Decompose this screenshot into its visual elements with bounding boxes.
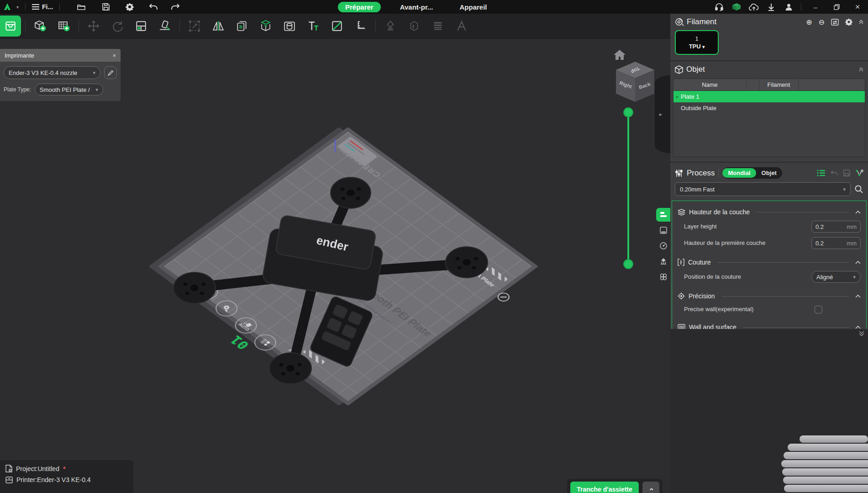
clone-button[interactable]: [231, 16, 253, 37]
object-row-name: Plate 1: [681, 93, 699, 100]
slice-options-button[interactable]: ›: [642, 482, 659, 493]
close-icon[interactable]: ×: [112, 52, 116, 59]
param-group-header[interactable]: Précision: [678, 290, 861, 302]
move-button[interactable]: [83, 16, 104, 37]
tab-device[interactable]: Appareil: [452, 2, 494, 12]
support-headset-button[interactable]: [712, 1, 726, 12]
slider-handle-bottom[interactable]: [623, 259, 633, 269]
settings-gear-button[interactable]: [123, 1, 137, 12]
search-preset-icon[interactable]: [854, 185, 863, 194]
object-collapse-icon[interactable]: [859, 67, 863, 72]
seam-paint-button[interactable]: [326, 16, 347, 37]
column-name[interactable]: Name: [673, 79, 747, 90]
add-filament-icon[interactable]: ⊕: [806, 18, 812, 27]
edit-printer-button[interactable]: [104, 66, 117, 79]
open-folder-button[interactable]: [74, 1, 88, 12]
viewport-3d[interactable]: CREALITY Creality Smooth PEI Plate pleas…: [0, 39, 670, 493]
filament-slot-number: 1: [695, 36, 699, 42]
text-tool-button[interactable]: [303, 16, 324, 37]
support-view-toggle[interactable]: [656, 254, 670, 268]
redo-button[interactable]: [168, 1, 182, 12]
scale-button[interactable]: [184, 16, 205, 37]
speed-gauge-toggle[interactable]: [656, 239, 670, 253]
object-table: Name Filament ▸Plate 1▸Outside Plate: [673, 79, 865, 157]
filament-settings-gear-icon[interactable]: [845, 18, 852, 26]
collapse-chevron-icon[interactable]: [855, 210, 861, 214]
build-plate[interactable]: CREALITY Creality Smooth PEI Plate pleas…: [158, 127, 538, 406]
fuzzy-skin-button[interactable]: [404, 16, 425, 37]
measure-button[interactable]: [350, 16, 371, 37]
slider-handle-top[interactable]: [623, 107, 633, 117]
row-expand-caret[interactable]: ▸: [676, 94, 679, 99]
param-group-header[interactable]: Hauteur de la couche: [678, 206, 861, 218]
param-select[interactable]: Aligné▾: [811, 271, 861, 283]
preset-list-icon[interactable]: [817, 170, 825, 176]
process-mode-objet[interactable]: Objet: [756, 168, 782, 178]
collapse-chevron-icon[interactable]: [855, 325, 861, 329]
param-input[interactable]: 0.2mm: [811, 221, 861, 233]
app-logo-icon[interactable]: [3, 2, 12, 11]
add-model-button[interactable]: [30, 16, 51, 37]
slice-plate-button[interactable]: Tranche d'assiette: [570, 482, 639, 493]
filament-type-select[interactable]: TPU ▾: [689, 43, 705, 50]
process-preset-select[interactable]: 0.20mm Fast▾: [675, 182, 851, 196]
emboss-text-button[interactable]: [451, 16, 472, 37]
add-plate-button[interactable]: [53, 16, 74, 37]
remove-filament-icon[interactable]: ⊖: [819, 18, 825, 27]
param-checkbox[interactable]: [815, 306, 822, 313]
printer-select[interactable]: Ender-3 V3 KE-0.4 nozzle▾: [4, 66, 100, 79]
object-row-plate-1[interactable]: ▸Plate 1: [673, 91, 865, 102]
plate-settings-button[interactable]: [0, 16, 21, 37]
file-menu[interactable]: Fi...: [32, 3, 53, 11]
column-filament[interactable]: Filament: [759, 79, 799, 90]
object-row-outside-plate[interactable]: ▸Outside Plate: [673, 102, 865, 114]
param-input[interactable]: 0.2mm: [811, 237, 861, 249]
logo-dropdown-caret[interactable]: ▾: [16, 5, 19, 10]
minimize-button[interactable]: –: [807, 0, 824, 13]
close-window-button[interactable]: ×: [849, 0, 866, 13]
cloud-upload-button[interactable]: [747, 1, 761, 12]
download-button[interactable]: [764, 1, 778, 12]
variable-layer-button[interactable]: [427, 16, 448, 37]
arrange-button[interactable]: [131, 16, 152, 37]
process-mode-mondial[interactable]: Mondial: [722, 168, 756, 178]
rotate-button[interactable]: [107, 16, 128, 37]
plate-rename-button[interactable]: [495, 291, 512, 303]
undo-button[interactable]: [147, 1, 160, 12]
support-paint-button[interactable]: [380, 16, 401, 37]
plate-auto-orient-button[interactable]: AUTO: [231, 314, 262, 337]
param-group-header[interactable]: Couture: [678, 256, 861, 269]
model-library-icon[interactable]: [730, 1, 743, 12]
reset-preset-icon[interactable]: [831, 170, 838, 176]
primitive-cylinder-button[interactable]: [279, 16, 300, 37]
param-select-value: Aligné: [816, 274, 833, 281]
collapse-chevron-icon[interactable]: [855, 294, 861, 298]
mirror-button[interactable]: [208, 16, 229, 37]
plate-type-select[interactable]: Smooth PEI Plate / Hig...▾: [35, 84, 103, 95]
compare-preset-icon[interactable]: [856, 170, 863, 176]
restore-button[interactable]: [828, 0, 845, 13]
parameter-panel-toggle[interactable]: [656, 208, 670, 222]
navigation-cube[interactable]: Top Right Back: [614, 58, 656, 106]
multi-plate-toggle[interactable]: [656, 270, 670, 284]
filament-collapse-icon[interactable]: [859, 20, 863, 24]
sync-filament-icon[interactable]: [831, 19, 839, 26]
save-button[interactable]: [99, 1, 113, 12]
plate-arrange-round-button[interactable]: [250, 331, 281, 354]
plate-surface-text: Creality Smooth PEI Plate: [322, 256, 435, 339]
preview-collapse-icon[interactable]: [859, 331, 864, 336]
selection-box-toggle[interactable]: [656, 223, 670, 237]
plate-filament-round-button[interactable]: [211, 297, 242, 320]
collapse-chevron-icon[interactable]: [855, 260, 861, 264]
plate-settings-round-button[interactable]: [192, 280, 223, 303]
assembly-button[interactable]: [255, 16, 276, 37]
plate-number-label: 01: [226, 333, 253, 352]
tab-prepare[interactable]: Préparer: [338, 2, 381, 12]
plate-type-label: Plate Type:: [4, 86, 31, 93]
panel-collapse-handle[interactable]: ▸: [655, 75, 670, 153]
tab-preview[interactable]: Avant-pr...: [393, 2, 441, 12]
filament-slot-1[interactable]: 1 TPU ▾: [675, 30, 719, 55]
lay-flat-button[interactable]: [154, 16, 175, 37]
user-account-button[interactable]: [782, 1, 795, 12]
save-preset-icon[interactable]: [843, 170, 850, 176]
